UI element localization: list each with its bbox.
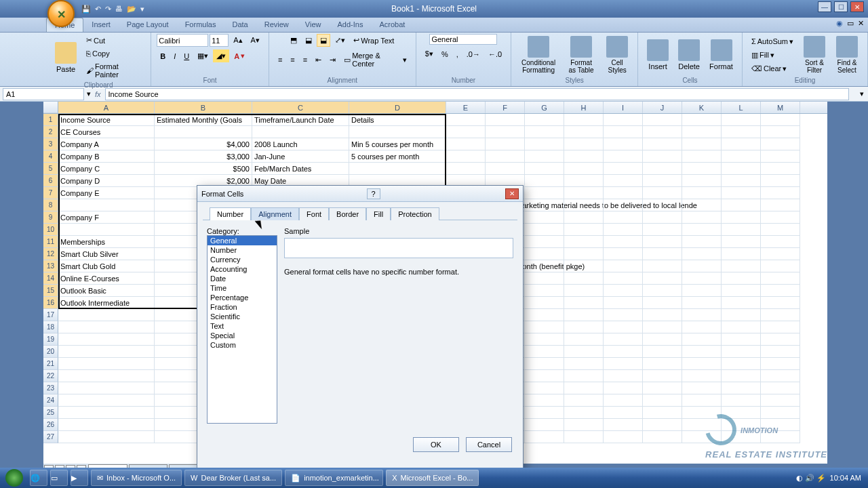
cell[interactable] [643, 248, 682, 260]
maximize-button[interactable]: ☐ [834, 1, 848, 12]
cell[interactable] [604, 224, 643, 236]
cell[interactable]: Company C [58, 163, 155, 175]
cell[interactable] [761, 260, 800, 272]
category-item[interactable]: Text [208, 321, 277, 331]
cell[interactable] [761, 236, 800, 248]
cell[interactable] [58, 370, 155, 382]
sort-filter-button[interactable]: Sort & Filter [800, 34, 829, 76]
cell[interactable] [604, 272, 643, 285]
cell[interactable] [525, 358, 564, 370]
cell[interactable] [525, 419, 564, 431]
col-header-m[interactable]: M [761, 102, 800, 113]
row-header[interactable]: 27 [43, 431, 58, 443]
cell[interactable] [722, 163, 761, 175]
cell[interactable] [761, 285, 800, 297]
cell[interactable] [525, 126, 564, 138]
cell[interactable] [525, 199, 564, 211]
cell[interactable] [564, 407, 604, 419]
cell[interactable] [643, 236, 682, 248]
row-header[interactable]: 2 [43, 126, 58, 138]
cell[interactable] [682, 297, 722, 309]
grid-row[interactable]: 2CE Courses [43, 126, 827, 138]
cell[interactable] [722, 333, 761, 346]
dialog-tab-fill[interactable]: Fill [366, 207, 391, 220]
dialog-close-button[interactable]: ✕ [505, 188, 519, 199]
cell[interactable] [722, 150, 761, 163]
cell[interactable] [604, 370, 643, 382]
font-color-button[interactable]: A▾ [231, 49, 248, 62]
cell[interactable] [58, 346, 155, 358]
cell[interactable] [643, 370, 682, 382]
dialog-tab-font[interactable]: Font [299, 207, 329, 220]
cell[interactable] [564, 419, 604, 431]
cell[interactable] [564, 163, 604, 175]
find-select-button[interactable]: Find & Select [832, 34, 862, 76]
cell[interactable] [682, 114, 722, 126]
cell[interactable] [722, 175, 761, 187]
cell[interactable] [486, 126, 525, 138]
doc-close-icon[interactable]: ✕ [858, 19, 864, 30]
quick-launch-desktop[interactable]: ▭ [50, 470, 68, 486]
cell[interactable] [564, 309, 604, 321]
inc-decimal-button[interactable]: .0→ [463, 47, 484, 60]
cell[interactable] [525, 407, 564, 419]
cell[interactable] [682, 199, 722, 211]
cell[interactable] [604, 419, 643, 431]
cell[interactable] [682, 309, 722, 321]
cell[interactable] [564, 382, 604, 394]
cell[interactable]: Smart Club Gold [58, 260, 155, 272]
row-header[interactable]: 18 [43, 321, 58, 333]
cell[interactable] [643, 321, 682, 333]
align-top-button[interactable]: ⬒ [287, 34, 300, 47]
cell[interactable] [722, 358, 761, 370]
cell[interactable] [604, 236, 643, 248]
row-header[interactable]: 20 [43, 346, 58, 358]
cell[interactable] [525, 248, 564, 260]
cell[interactable] [564, 211, 604, 224]
cell[interactable] [252, 126, 349, 138]
cell[interactable] [682, 163, 722, 175]
cell[interactable] [722, 260, 761, 272]
category-item[interactable]: General [208, 236, 277, 245]
dialog-tab-alignment[interactable]: Alignment [251, 207, 299, 220]
row-header[interactable]: 25 [43, 407, 58, 419]
number-format-input[interactable] [429, 34, 497, 45]
cell[interactable] [722, 272, 761, 285]
cell[interactable] [58, 199, 155, 211]
cell[interactable] [682, 224, 722, 236]
cell[interactable] [643, 419, 682, 431]
align-bottom-button[interactable]: ⬓ [317, 34, 330, 47]
cell[interactable] [604, 358, 643, 370]
cell[interactable] [564, 431, 604, 443]
row-header[interactable]: 22 [43, 370, 58, 382]
cell[interactable] [643, 175, 682, 187]
cell[interactable] [682, 126, 722, 138]
cell[interactable] [525, 175, 564, 187]
cell[interactable] [58, 321, 155, 333]
cell[interactable] [722, 309, 761, 321]
taskbar-file[interactable]: 📄inmotion_exmarketin... [285, 470, 383, 486]
row-header[interactable]: 12 [43, 248, 58, 260]
cell[interactable] [761, 394, 800, 407]
col-header-a[interactable]: A [58, 102, 155, 113]
cell[interactable] [682, 346, 722, 358]
cell[interactable]: Jan-June [252, 150, 349, 163]
cell[interactable] [604, 333, 643, 346]
cell[interactable] [564, 236, 604, 248]
col-header-d[interactable]: D [349, 102, 446, 113]
cell[interactable] [604, 309, 643, 321]
align-center-button[interactable]: ≡ [287, 49, 298, 70]
cell[interactable] [446, 150, 486, 163]
cell[interactable] [564, 150, 604, 163]
cancel-button[interactable]: Cancel [466, 437, 512, 452]
row-header[interactable]: 11 [43, 236, 58, 248]
cell[interactable] [722, 419, 761, 431]
cell[interactable]: Timeframe/Launch Date [252, 114, 349, 126]
cell[interactable] [722, 321, 761, 333]
cell[interactable] [643, 394, 682, 407]
dialog-tab-protection[interactable]: Protection [391, 207, 439, 220]
col-header-h[interactable]: H [564, 102, 604, 113]
cell[interactable] [564, 126, 604, 138]
taskbar-outlook[interactable]: ✉Inbox - Microsoft O... [91, 470, 182, 486]
cell[interactable] [643, 260, 682, 272]
